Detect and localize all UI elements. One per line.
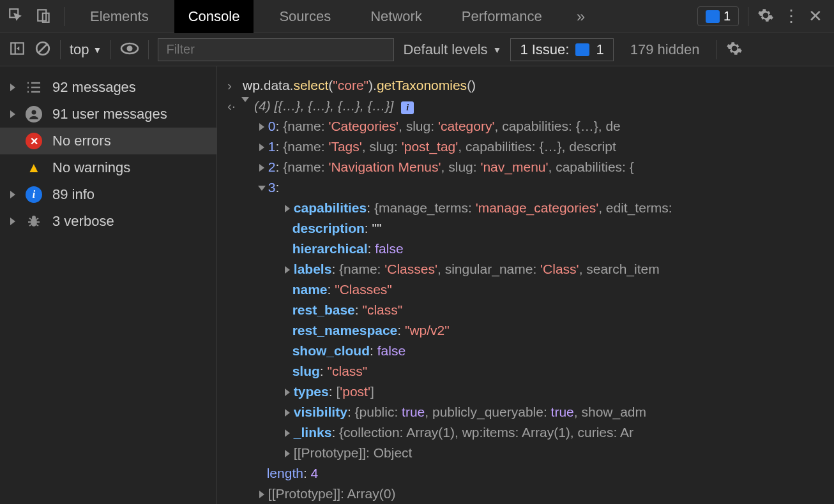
main-area: 92 messages 91 user messages ✕ No errors… bbox=[0, 66, 834, 504]
divider bbox=[64, 7, 64, 26]
sidebar-item-label: No warnings bbox=[52, 159, 130, 176]
expand-icon bbox=[10, 110, 15, 118]
inspect-icon[interactable] bbox=[8, 7, 24, 26]
live-expression-icon[interactable] bbox=[120, 41, 139, 58]
svg-line-22 bbox=[36, 225, 38, 226]
array-item-1[interactable]: 1: {name: 'Tags', slug: 'post_tag', capa… bbox=[227, 137, 834, 157]
prop-visibility[interactable]: visibility: {public: true, publicly_quer… bbox=[227, 402, 834, 422]
prop-links[interactable]: _links: {collection: Array(1), wp:items:… bbox=[227, 422, 834, 443]
sidebar-item-label: No errors bbox=[52, 133, 111, 149]
array-summary: (4) [{…}, {…}, {…}, {…}] i bbox=[254, 96, 414, 116]
issues-badge[interactable]: 1 bbox=[697, 6, 739, 26]
tab-performance[interactable]: Performance bbox=[448, 0, 556, 33]
sidebar-item-warnings[interactable]: ▲ No warnings bbox=[0, 154, 216, 181]
levels-selector[interactable]: Default levels ▼ bbox=[403, 41, 501, 58]
svg-point-8 bbox=[127, 45, 133, 51]
prop-show-cloud: show_cloud: false bbox=[227, 341, 834, 361]
expand-icon[interactable] bbox=[285, 389, 290, 396]
info-badge-icon[interactable]: i bbox=[401, 101, 414, 114]
tab-elements[interactable]: Elements bbox=[76, 0, 163, 33]
tab-network[interactable]: Network bbox=[356, 0, 436, 33]
tabbar-left: Elements Console Sources Network Perform… bbox=[0, 0, 594, 33]
console-output: › wp.data.select("core").getTaxonomies()… bbox=[217, 66, 834, 504]
more-tabs-icon[interactable]: » bbox=[568, 8, 594, 26]
expand-icon[interactable] bbox=[285, 409, 290, 417]
prop-types[interactable]: types: ['post'] bbox=[227, 382, 834, 402]
context-label: top bbox=[70, 41, 89, 58]
array-item-3[interactable]: 3: bbox=[227, 177, 834, 198]
levels-label: Default levels bbox=[403, 41, 487, 58]
console-settings-icon[interactable] bbox=[726, 40, 743, 59]
issues-box[interactable]: 1 Issue: 1 bbox=[510, 38, 613, 61]
prop-capabilities[interactable]: capabilities: {manage_terms: 'manage_cat… bbox=[227, 198, 834, 218]
sidebar-item-user-messages[interactable]: 91 user messages bbox=[0, 101, 216, 128]
error-icon: ✕ bbox=[26, 133, 42, 149]
device-toggle-icon[interactable] bbox=[36, 7, 52, 26]
divider bbox=[716, 40, 717, 59]
sidebar-item-label: 91 user messages bbox=[52, 106, 167, 122]
settings-icon[interactable] bbox=[757, 7, 774, 26]
prop-name: name: "Classes" bbox=[227, 279, 834, 300]
tab-console[interactable]: Console bbox=[174, 0, 254, 33]
clear-console-icon[interactable] bbox=[34, 40, 51, 59]
hidden-count[interactable]: 179 hidden bbox=[630, 41, 700, 58]
console-result-row[interactable]: ‹· (4) [{…}, {…}, {…}, {…}] i bbox=[227, 96, 834, 116]
kebab-icon[interactable]: ⋮ bbox=[783, 6, 800, 26]
svg-point-23 bbox=[32, 216, 36, 219]
array-item-0[interactable]: 0: {name: 'Categories', slug: 'category'… bbox=[227, 116, 834, 137]
prop-prototype[interactable]: [[Prototype]]: Object bbox=[227, 443, 834, 463]
expand-icon bbox=[10, 191, 15, 198]
issues-label: 1 Issue: bbox=[520, 41, 569, 58]
result-icon: ‹· bbox=[227, 96, 236, 116]
warning-icon: ▲ bbox=[26, 159, 42, 176]
svg-point-15 bbox=[32, 110, 36, 115]
expand-icon[interactable] bbox=[285, 450, 290, 457]
expand-icon[interactable] bbox=[258, 186, 266, 191]
close-icon[interactable]: ✕ bbox=[808, 6, 823, 26]
issue-count: 1 bbox=[596, 41, 603, 58]
sidebar-item-verbose[interactable]: 3 verbose bbox=[0, 208, 216, 235]
svg-line-19 bbox=[29, 218, 31, 219]
divider bbox=[60, 40, 61, 59]
expand-icon[interactable] bbox=[285, 429, 290, 437]
sidebar-item-messages[interactable]: 92 messages bbox=[0, 74, 216, 101]
tab-sources[interactable]: Sources bbox=[265, 0, 345, 33]
expand-icon[interactable] bbox=[259, 123, 264, 131]
user-icon bbox=[26, 106, 42, 122]
console-toolbar: top ▼ Default levels ▼ 1 Issue: 1 179 hi… bbox=[0, 33, 834, 66]
array-item-2[interactable]: 2: {name: 'Navigation Menus', slug: 'nav… bbox=[227, 157, 834, 177]
expand-icon[interactable] bbox=[259, 491, 264, 498]
svg-line-20 bbox=[36, 218, 38, 219]
sidebar-item-label: 3 verbose bbox=[52, 213, 114, 230]
sidebar-item-label: 89 info bbox=[52, 186, 95, 203]
prop-labels[interactable]: labels: {name: 'Classes', singular_name:… bbox=[227, 259, 834, 279]
prop-rest-base: rest_base: "class" bbox=[227, 300, 834, 320]
expand-icon[interactable] bbox=[241, 97, 249, 102]
prop-hierarchical: hierarchical: false bbox=[227, 239, 834, 259]
chevron-down-icon: ▼ bbox=[493, 45, 502, 55]
filter-input[interactable] bbox=[158, 38, 394, 61]
expand-icon[interactable] bbox=[285, 266, 290, 274]
context-selector[interactable]: top ▼ bbox=[70, 41, 102, 58]
chat-icon bbox=[706, 10, 720, 23]
expand-icon[interactable] bbox=[259, 144, 264, 151]
array-prototype[interactable]: [[Prototype]]: Array(0) bbox=[227, 484, 834, 504]
chat-icon bbox=[575, 43, 589, 56]
sidebar-toggle-icon[interactable] bbox=[9, 40, 26, 59]
console-expression: wp.data.select("core").getTaxonomies() bbox=[243, 75, 476, 96]
sidebar-item-errors[interactable]: ✕ No errors bbox=[0, 128, 216, 154]
tabbar-right: 1 ⋮ ✕ bbox=[697, 6, 834, 26]
chevron-down-icon: ▼ bbox=[93, 45, 102, 55]
sidebar-item-label: 92 messages bbox=[52, 79, 136, 96]
divider bbox=[148, 40, 149, 59]
divider bbox=[748, 7, 748, 26]
list-icon bbox=[26, 79, 42, 96]
issues-count: 1 bbox=[724, 9, 731, 24]
divider bbox=[110, 40, 111, 59]
devtools-tabbar: Elements Console Sources Network Perform… bbox=[0, 0, 834, 33]
sidebar: 92 messages 91 user messages ✕ No errors… bbox=[0, 66, 217, 504]
svg-line-21 bbox=[29, 225, 31, 226]
sidebar-item-info[interactable]: i 89 info bbox=[0, 181, 216, 208]
expand-icon[interactable] bbox=[285, 205, 290, 212]
expand-icon[interactable] bbox=[259, 164, 264, 172]
